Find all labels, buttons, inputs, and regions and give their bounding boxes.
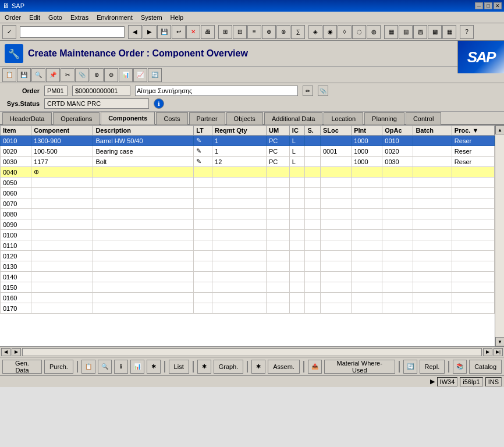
hscroll-left-btn[interactable]: ◀ (1, 348, 10, 356)
cell-batch[interactable] (413, 303, 452, 314)
cell-proc[interactable] (452, 209, 494, 219)
assem-button[interactable]: Assem. (268, 360, 300, 374)
cell-lt[interactable] (194, 209, 212, 219)
tab-components[interactable]: Components (101, 112, 155, 125)
cell-opac[interactable] (382, 178, 413, 188)
menu-edit[interactable]: Edit (26, 13, 44, 22)
cell-opac[interactable] (382, 198, 413, 209)
cell-sloc[interactable] (320, 272, 351, 282)
table-row[interactable]: 0110 (1, 240, 495, 251)
cell-proc[interactable] (452, 230, 494, 240)
cell-um[interactable] (267, 188, 290, 198)
bottom-icon-10[interactable]: 📚 (453, 360, 467, 374)
tb2-btn-9[interactable]: 📊 (119, 68, 133, 82)
cell-item[interactable]: 0100 (1, 230, 31, 240)
cell-batch[interactable] (413, 167, 452, 178)
cell-ic[interactable]: L (289, 157, 305, 167)
cell-reqmt-qty[interactable] (212, 240, 267, 251)
prev-button[interactable]: ◀ (128, 25, 142, 39)
cell-lt[interactable] (194, 188, 212, 198)
repl-button[interactable]: Repl. (420, 360, 445, 374)
refresh-button[interactable]: ↩ (172, 25, 186, 39)
cell-item[interactable]: 0160 (1, 293, 31, 303)
bottom-icon-3[interactable]: ℹ (114, 360, 128, 374)
cell-batch[interactable] (413, 209, 452, 219)
cell-s[interactable] (305, 136, 321, 146)
cell-s[interactable] (305, 272, 321, 282)
cell-reqmt-qty[interactable] (212, 282, 267, 293)
cell-sloc[interactable] (320, 251, 351, 261)
tb-btn-2[interactable]: ⊟ (233, 25, 247, 39)
maximize-button[interactable]: □ (484, 2, 492, 9)
cell-batch[interactable] (413, 272, 452, 282)
menu-extras[interactable]: Extras (67, 13, 92, 22)
bottom-icon-8[interactable]: 📤 (308, 360, 322, 374)
tab-location[interactable]: Location (324, 112, 363, 125)
cell-batch[interactable] (413, 188, 452, 198)
cell-um[interactable] (267, 272, 290, 282)
cell-pint[interactable]: 1000 (352, 146, 382, 157)
cell-lt[interactable] (194, 219, 212, 230)
cell-description[interactable] (93, 293, 194, 303)
cell-um[interactable] (267, 209, 290, 219)
bottom-icon-6[interactable]: ✱ (197, 360, 211, 374)
tb-btn-16[interactable]: ▦ (442, 25, 456, 39)
cell-um[interactable] (267, 293, 290, 303)
minimize-button[interactable]: ─ (475, 2, 483, 9)
tb-btn-1[interactable]: ⊞ (218, 25, 232, 39)
cell-ic[interactable] (289, 240, 305, 251)
cell-pint[interactable] (352, 272, 382, 282)
cell-um[interactable]: PC (267, 136, 290, 146)
cell-sloc[interactable] (320, 293, 351, 303)
bottom-icon-7[interactable]: ✱ (251, 360, 265, 374)
tab-operations[interactable]: Operations (53, 112, 100, 125)
cell-sloc[interactable]: 0001 (320, 146, 351, 157)
cell-lt[interactable] (194, 282, 212, 293)
cell-proc[interactable] (452, 272, 494, 282)
cell-lt[interactable] (194, 293, 212, 303)
table-row[interactable]: 00101300-900Barrel HW 50/40✎1PCL10000010… (1, 136, 495, 146)
cell-batch[interactable] (413, 230, 452, 240)
lt-edit-icon[interactable]: ✎ (196, 158, 201, 165)
cell-opac[interactable] (382, 219, 413, 230)
cell-description[interactable] (93, 272, 194, 282)
tb-btn-4[interactable]: ⊕ (262, 25, 276, 39)
cell-ic[interactable] (289, 272, 305, 282)
cell-s[interactable] (305, 188, 321, 198)
gen-data-button[interactable]: Gen. Data (2, 360, 42, 374)
cell-s[interactable] (305, 167, 321, 178)
graph-button[interactable]: Graph. (214, 360, 244, 374)
cell-ic[interactable] (289, 261, 305, 272)
cell-component[interactable] (31, 178, 93, 188)
table-row[interactable]: 0150 (1, 282, 495, 293)
tb2-btn-1[interactable]: 📋 (2, 68, 16, 82)
tab-costs[interactable]: Costs (156, 112, 187, 125)
cell-pint[interactable] (352, 261, 382, 272)
tb2-btn-11[interactable]: 🔄 (148, 68, 162, 82)
hscroll-right-small-btn[interactable]: ▶ (12, 348, 21, 356)
cell-pint[interactable] (352, 251, 382, 261)
cell-item[interactable]: 0060 (1, 188, 31, 198)
bottom-icon-1[interactable]: 📋 (81, 360, 95, 374)
tb-btn-3[interactable]: ≡ (247, 25, 261, 39)
cell-s[interactable] (305, 219, 321, 230)
cell-ic[interactable] (289, 230, 305, 240)
back-button[interactable]: ✓ (2, 25, 16, 39)
cell-proc[interactable] (452, 240, 494, 251)
cell-component[interactable] (31, 303, 93, 314)
add-component-button[interactable]: ⊕ (34, 168, 39, 175)
cell-reqmt-qty[interactable] (212, 198, 267, 209)
cell-component[interactable] (31, 240, 93, 251)
cell-lt[interactable] (194, 178, 212, 188)
cell-sloc[interactable] (320, 219, 351, 230)
cell-reqmt-qty[interactable]: 1 (212, 136, 267, 146)
cell-component[interactable]: ⊕ (31, 167, 93, 178)
tb2-btn-4[interactable]: 📌 (46, 68, 60, 82)
cell-reqmt-qty[interactable] (212, 188, 267, 198)
table-row[interactable]: 0020100-500Bearing case✎1PCL000110000020… (1, 146, 495, 157)
hscroll-right-btn[interactable]: ▶ (483, 348, 492, 356)
lt-edit-icon[interactable]: ✎ (196, 147, 201, 154)
cell-sloc[interactable] (320, 136, 351, 146)
cell-component[interactable]: 1177 (31, 157, 93, 167)
cell-pint[interactable] (352, 230, 382, 240)
